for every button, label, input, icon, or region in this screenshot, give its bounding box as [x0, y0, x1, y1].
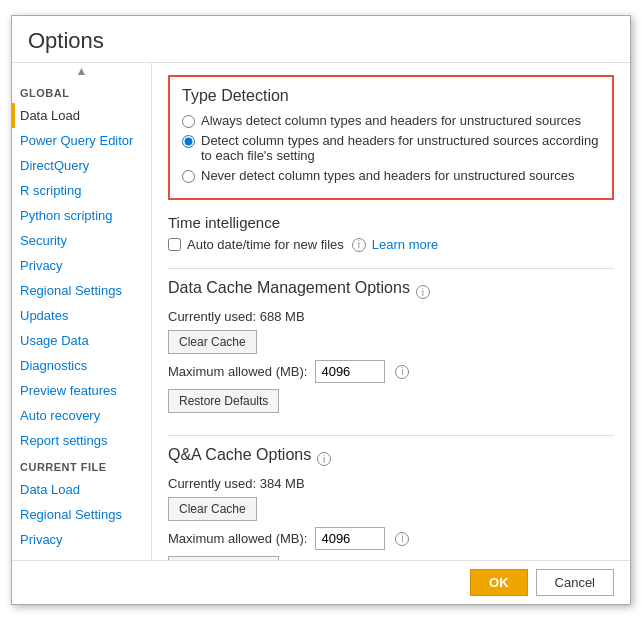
sidebar-item-updates[interactable]: Updates [12, 303, 151, 328]
time-intelligence-info-icon: i [352, 238, 366, 252]
sidebar-item-security[interactable]: Security [12, 228, 151, 253]
radio-never[interactable] [182, 170, 195, 183]
radio-option-never: Never detect column types and headers fo… [182, 168, 600, 183]
sidebar-item-auto-recovery[interactable]: Auto recovery [12, 403, 151, 428]
scroll-up-arrow: ▲ [76, 65, 88, 77]
global-section-label: GLOBAL [12, 79, 151, 103]
type-detection-title: Type Detection [182, 87, 600, 105]
sidebar-item-python-scripting[interactable]: Python scripting [12, 203, 151, 228]
qa-cache-max-info-icon: i [395, 532, 409, 546]
sidebar-item-privacy[interactable]: Privacy [12, 253, 151, 278]
qa-cache-title: Q&A Cache Options [168, 446, 311, 464]
qa-cache-clear-button[interactable]: Clear Cache [168, 497, 257, 521]
learn-more-link[interactable]: Learn more [372, 237, 438, 252]
data-cache-used: Currently used: 688 MB [168, 309, 614, 324]
sidebar-item-power-query-editor[interactable]: Power Query Editor [12, 128, 151, 153]
qa-cache-section: Q&A Cache Options i Currently used: 384 … [168, 446, 614, 560]
ok-button[interactable]: OK [470, 569, 528, 596]
qa-cache-used: Currently used: 384 MB [168, 476, 614, 491]
data-cache-section: Data Cache Management Options i Currentl… [168, 279, 614, 419]
data-cache-info-icon: i [416, 285, 430, 299]
sidebar-item-cf-regional-settings[interactable]: Regional Settings [12, 502, 151, 527]
radio-per-file[interactable] [182, 135, 195, 148]
dialog-title: Options [12, 16, 630, 63]
sidebar-item-usage-data[interactable]: Usage Data [12, 328, 151, 353]
sidebar-item-directquery[interactable]: DirectQuery [12, 153, 151, 178]
sidebar-item-report-settings[interactable]: Report settings [12, 428, 151, 453]
qa-cache-max-input[interactable] [315, 527, 385, 550]
sidebar-item-cf-privacy[interactable]: Privacy [12, 527, 151, 552]
data-cache-restore-button[interactable]: Restore Defaults [168, 389, 279, 413]
divider-2 [168, 435, 614, 436]
data-cache-clear-button[interactable]: Clear Cache [168, 330, 257, 354]
sidebar-item-preview-features[interactable]: Preview features [12, 378, 151, 403]
auto-datetime-row: Auto date/time for new files i Learn mor… [168, 237, 614, 252]
data-cache-title: Data Cache Management Options [168, 279, 410, 297]
radio-option-always: Always detect column types and headers f… [182, 113, 600, 128]
data-cache-max-row: Maximum allowed (MB): i [168, 360, 614, 383]
auto-datetime-checkbox[interactable] [168, 238, 181, 251]
data-cache-title-row: Data Cache Management Options i [168, 279, 614, 305]
dialog-footer: OK Cancel [12, 560, 630, 604]
sidebar-item-cf-auto-recovery[interactable]: Auto recovery [12, 552, 151, 560]
cancel-button[interactable]: Cancel [536, 569, 614, 596]
sidebar-item-regional-settings[interactable]: Regional Settings [12, 278, 151, 303]
time-intelligence-section: Time intelligence Auto date/time for new… [168, 214, 614, 252]
sidebar-item-r-scripting[interactable]: R scripting [12, 178, 151, 203]
sidebar: ▲ GLOBAL Data Load Power Query Editor Di… [12, 63, 152, 560]
radio-always[interactable] [182, 115, 195, 128]
data-cache-max-input[interactable] [315, 360, 385, 383]
qa-cache-restore-button[interactable]: Restore Defaults [168, 556, 279, 560]
current-file-section-label: CURRENT FILE [12, 453, 151, 477]
sidebar-item-cf-data-load[interactable]: Data Load [12, 477, 151, 502]
qa-cache-title-row: Q&A Cache Options i [168, 446, 614, 472]
divider-1 [168, 268, 614, 269]
scroll-up-indicator: ▲ [12, 63, 151, 79]
dialog-body: ▲ GLOBAL Data Load Power Query Editor Di… [12, 63, 630, 560]
options-dialog: Options ▲ GLOBAL Data Load Power Query E… [11, 15, 631, 605]
radio-option-per-file: Detect column types and headers for unst… [182, 133, 600, 163]
qa-cache-max-row: Maximum allowed (MB): i [168, 527, 614, 550]
type-detection-section: Type Detection Always detect column type… [168, 75, 614, 200]
qa-cache-info-icon: i [317, 452, 331, 466]
main-content: Type Detection Always detect column type… [152, 63, 630, 560]
data-cache-max-info-icon: i [395, 365, 409, 379]
sidebar-item-diagnostics[interactable]: Diagnostics [12, 353, 151, 378]
time-intelligence-title: Time intelligence [168, 214, 614, 231]
sidebar-item-data-load[interactable]: Data Load [12, 103, 151, 128]
